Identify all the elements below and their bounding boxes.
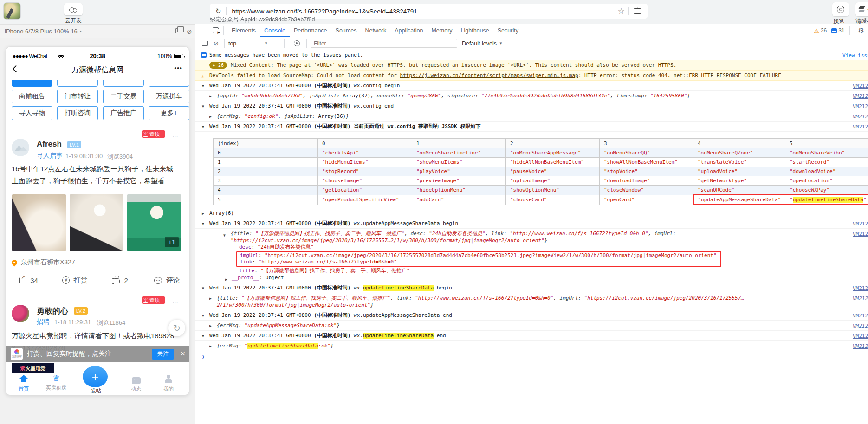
disclosure-triangle[interactable]: ▶ bbox=[209, 93, 212, 100]
disclosure-triangle[interactable]: ▶ bbox=[209, 343, 212, 350]
disclosure-triangle[interactable]: ▼ bbox=[202, 103, 204, 110]
source-link[interactable]: VM2122:1 bbox=[853, 123, 868, 130]
post2-author[interactable]: 勇敢的心 bbox=[37, 306, 68, 316]
source-link[interactable]: VM2122:1 bbox=[853, 83, 868, 90]
category-pill[interactable] bbox=[103, 80, 144, 87]
cloud-dev-button[interactable] bbox=[64, 3, 83, 15]
tab-home[interactable]: 首页 bbox=[9, 375, 39, 392]
tab-network[interactable]: Network bbox=[361, 24, 390, 37]
more-menu-icon[interactable]: ••• bbox=[174, 64, 182, 72]
disclosure-triangle[interactable]: ▼ bbox=[202, 312, 204, 319]
menu-button-more[interactable]: 更多+ bbox=[149, 106, 189, 120]
disclosure-triangle[interactable]: ▼ bbox=[223, 232, 226, 239]
reload-icon[interactable]: ↻ bbox=[215, 7, 221, 15]
disclosure-triangle[interactable]: ▼ bbox=[202, 220, 204, 227]
source-link[interactable]: VM2122:1 bbox=[853, 93, 868, 100]
disclosure-triangle[interactable]: ▶ bbox=[225, 276, 227, 283]
filter-input[interactable] bbox=[311, 39, 457, 48]
reward-button[interactable]: ¥打赏 bbox=[52, 272, 97, 288]
share-button[interactable]: 34 bbox=[6, 272, 52, 288]
device-toolbar[interactable]: iPhone 6/7/8 Plus 100% 16 ▾ ⊘ bbox=[0, 24, 195, 38]
tab-lighthouse[interactable]: Lighthouse bbox=[457, 24, 493, 37]
tab-elements[interactable]: Elements bbox=[227, 24, 260, 37]
like-button[interactable]: 2 bbox=[98, 272, 144, 288]
post1-author[interactable]: Afresh bbox=[37, 140, 62, 149]
console-sidebar-icon[interactable] bbox=[202, 41, 208, 46]
source-link[interactable]: VM2122:1 bbox=[853, 220, 868, 227]
menu-button-ads[interactable]: 广告推广 bbox=[103, 106, 144, 120]
bookmark-star-icon[interactable]: ☆ bbox=[618, 6, 625, 16]
clear-console-icon[interactable]: ⊘ bbox=[214, 40, 219, 47]
issues-count[interactable]: 31 bbox=[838, 27, 844, 34]
new-post-button[interactable]: + bbox=[83, 366, 108, 387]
tab-application[interactable]: Application bbox=[390, 24, 427, 37]
tab-performance[interactable]: Performance bbox=[290, 24, 331, 37]
follow-button[interactable]: 关注 bbox=[152, 349, 174, 360]
menu-button-secondhand[interactable]: 二手交易 bbox=[103, 90, 144, 103]
post1-photo-2[interactable] bbox=[70, 194, 123, 251]
context-selector[interactable]: top▼ bbox=[228, 40, 284, 47]
post2-image[interactable]: 紫火星电竞 bbox=[12, 363, 54, 373]
view-issues-link[interactable]: View issues bbox=[842, 52, 868, 59]
category-pill[interactable] bbox=[12, 80, 52, 87]
disclosure-triangle[interactable]: ▶ bbox=[209, 322, 212, 329]
menu-button-carpool[interactable]: 万源拼车 bbox=[149, 90, 189, 103]
post1-avatar[interactable] bbox=[12, 139, 29, 156]
source-link[interactable]: VM2122:1 bbox=[853, 295, 868, 302]
disclosure-triangle[interactable]: ▼ bbox=[202, 333, 204, 340]
block-icon[interactable]: ⊘ bbox=[187, 28, 192, 35]
tab-housing[interactable]: ♛ 买房租房 bbox=[41, 375, 71, 392]
disclosure-triangle[interactable]: ▼ bbox=[202, 83, 204, 90]
disclosure-triangle[interactable]: ▶ bbox=[202, 210, 204, 217]
disclosure-triangle[interactable]: ▼ bbox=[202, 123, 204, 130]
post1-photo-1[interactable] bbox=[12, 194, 66, 251]
post2-category-link[interactable]: 招聘 bbox=[37, 318, 50, 326]
reading-list-icon[interactable] bbox=[634, 8, 641, 14]
source-link[interactable]: VM2122:1 bbox=[853, 312, 868, 319]
source-link[interactable]: VM2122:1 bbox=[853, 333, 868, 340]
warning-count[interactable]: 26 bbox=[821, 27, 827, 34]
url-input[interactable] bbox=[232, 8, 614, 15]
tab-security[interactable]: Security bbox=[493, 24, 523, 37]
log-levels-dropdown[interactable]: Default levels▼ bbox=[462, 40, 503, 47]
source-link[interactable]: VM2122:1 bbox=[853, 231, 868, 238]
post1-category-link[interactable]: 寻人启事 bbox=[37, 152, 63, 160]
menu-button-store-transfer[interactable]: 门市转让 bbox=[57, 90, 98, 103]
disclosure-triangle[interactable]: ▶ bbox=[209, 113, 212, 120]
category-pill[interactable] bbox=[149, 80, 189, 87]
live-expression-icon[interactable] bbox=[294, 40, 300, 46]
browser-profile-avatar[interactable] bbox=[4, 3, 20, 19]
tab-moments[interactable]: ⋯ 动态 bbox=[121, 375, 151, 392]
menu-button-find[interactable]: 寻人寻物 bbox=[12, 106, 52, 120]
post2-avatar[interactable] bbox=[12, 305, 29, 322]
source-link[interactable]: VM2122:1 bbox=[853, 103, 868, 110]
refresh-fab[interactable]: ↻ bbox=[168, 320, 185, 336]
menu-button-inquiry[interactable]: 打听咨询 bbox=[57, 106, 98, 120]
collapsed-count-badge[interactable]: ▸ 26 bbox=[209, 62, 227, 69]
disclosure-triangle[interactable]: ▶ bbox=[209, 295, 212, 302]
gear-icon[interactable]: ⚙ bbox=[858, 26, 864, 35]
source-link[interactable]: VM2122:1 bbox=[853, 343, 868, 350]
preview-button[interactable] bbox=[832, 2, 849, 16]
post1-photo-3[interactable]: +1 bbox=[127, 194, 181, 251]
close-icon[interactable]: × bbox=[181, 349, 185, 359]
source-link[interactable]: VM2122:1 bbox=[853, 113, 868, 120]
menu-button-shop-rent[interactable]: 商铺租售 bbox=[12, 90, 52, 103]
tab-profile[interactable]: 我的 bbox=[154, 375, 183, 392]
sourcemap-link[interactable]: https://j.weizan.cn/fcontent/script/maps… bbox=[400, 72, 578, 78]
post-more-icon[interactable]: … bbox=[172, 298, 179, 305]
tab-console[interactable]: Console bbox=[260, 24, 290, 37]
clear-cache-button[interactable]: ▾ bbox=[855, 2, 868, 16]
post-more-icon[interactable]: … bbox=[172, 132, 179, 139]
category-pill[interactable] bbox=[57, 80, 98, 87]
comment-button[interactable]: ⋯评论 bbox=[144, 272, 189, 288]
disclosure-triangle[interactable]: ▼ bbox=[202, 285, 204, 292]
inspect-element-icon[interactable] bbox=[213, 27, 219, 33]
device-label[interactable]: iPhone 6/7/8 Plus 100% 16 bbox=[5, 28, 78, 35]
source-link[interactable]: VM2122:1 bbox=[853, 322, 868, 329]
tab-sources[interactable]: Sources bbox=[331, 24, 361, 37]
console-prompt[interactable]: ❯ bbox=[195, 351, 868, 361]
tab-memory[interactable]: Memory bbox=[427, 24, 456, 37]
source-link[interactable]: VM2122:1 bbox=[853, 285, 868, 292]
cascade-windows-icon[interactable] bbox=[175, 28, 181, 33]
